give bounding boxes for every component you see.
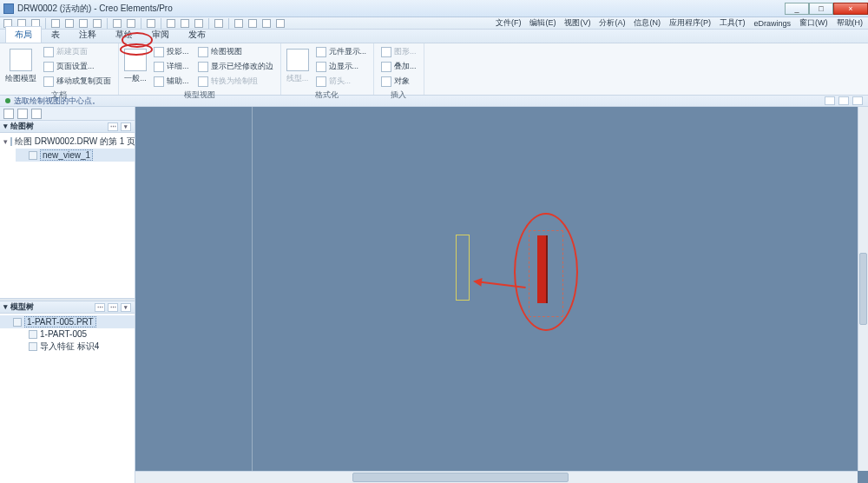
tree-node-import-feature[interactable]: 导入特征 标识4 bbox=[16, 340, 135, 354]
tab-annotate[interactable]: 注释 bbox=[69, 26, 106, 43]
annotation-ellipse bbox=[514, 213, 578, 331]
detail-button[interactable]: 详细... bbox=[152, 60, 191, 73]
convert-icon bbox=[198, 76, 208, 87]
status-dot-icon bbox=[5, 98, 10, 103]
window-title: DRW0002 (活动的) - Creo Elements/Pro bbox=[17, 3, 173, 15]
drawing-view-button[interactable]: 绘图视图 bbox=[196, 45, 275, 58]
drawing-tree-header: ▾ 绘图树 ⋯ ▾ bbox=[0, 121, 135, 133]
tab-publish[interactable]: 发布 bbox=[179, 26, 215, 43]
menu-tools[interactable]: 工具(T) bbox=[718, 17, 747, 29]
show-edges-button[interactable]: 显示已经修改的边 bbox=[196, 60, 275, 73]
tree-node-part[interactable]: 1-PART-005 bbox=[16, 328, 135, 340]
view-icon[interactable] bbox=[214, 19, 223, 28]
general-view-icon[interactable] bbox=[124, 49, 147, 71]
tree-root-part[interactable]: 1-PART-005.PRT bbox=[0, 315, 135, 328]
tree-root-drawing[interactable]: ▾ 绘图 DRW0002.DRW 的第 1 页 bbox=[0, 135, 135, 149]
group-label-insert: 插入 bbox=[379, 89, 418, 101]
group-label-format: 格式化 bbox=[286, 89, 369, 101]
layer-icon[interactable] bbox=[248, 19, 257, 28]
move-page-icon bbox=[43, 76, 54, 87]
tree-tool-show[interactable]: ▾ bbox=[121, 122, 131, 131]
general-view-label[interactable]: 一般... bbox=[124, 73, 147, 84]
model-tree-tool-2[interactable]: ⋯ bbox=[108, 303, 118, 312]
model-tree-tool-3[interactable]: ▾ bbox=[121, 303, 131, 312]
drawing-view-icon bbox=[198, 47, 208, 57]
ribbon-group-document: 绘图模型 新建页面 页面设置... 移动或复制页面 文档 bbox=[0, 43, 119, 95]
tab-review[interactable]: 审阅 bbox=[142, 26, 179, 43]
model-tree-tool-1[interactable]: ⋯ bbox=[95, 303, 105, 312]
window-controls: _ □ × bbox=[785, 3, 868, 15]
menu-help[interactable]: 帮助(H) bbox=[835, 17, 865, 29]
object-icon bbox=[381, 76, 391, 87]
minimize-button[interactable]: _ bbox=[785, 3, 809, 15]
model-tree[interactable]: 1-PART-005.PRT 1-PART-005 导入特征 标识4 bbox=[0, 314, 135, 483]
new-page-button[interactable]: 新建页面 bbox=[42, 45, 113, 58]
projection-button[interactable]: 投影... bbox=[152, 45, 191, 58]
menu-analyze[interactable]: 分析(A) bbox=[597, 17, 627, 29]
picture-button[interactable]: 图形... bbox=[379, 45, 418, 58]
menu-file[interactable]: 文件(F) bbox=[494, 17, 523, 29]
detail-icon bbox=[154, 62, 164, 72]
ribbon-group-model-views: 一般... 投影... 详细... 辅助... 绘图视图 显示已经修改的边 转换… bbox=[119, 43, 281, 95]
picture-icon bbox=[381, 47, 391, 57]
h-scroll-thumb[interactable] bbox=[352, 473, 569, 482]
maximize-button[interactable]: □ bbox=[809, 3, 833, 15]
page-icon bbox=[43, 47, 54, 57]
tab-table[interactable]: 表 bbox=[42, 26, 69, 43]
drawing-tree-title: 绘图树 bbox=[10, 122, 34, 130]
model-tree-header: ▾ 模型树 ⋯ ⋯ ▾ bbox=[0, 301, 135, 314]
close-button[interactable]: × bbox=[833, 3, 868, 15]
component-display-button[interactable]: 元件显示... bbox=[314, 45, 369, 58]
info-icon[interactable] bbox=[262, 19, 271, 28]
ribbon-tabs: 布局 表 注释 草绘 审阅 发布 bbox=[0, 30, 868, 43]
tab-sketch[interactable]: 草绘 bbox=[106, 26, 142, 43]
sheet-edge bbox=[252, 107, 253, 483]
view-node-icon bbox=[29, 151, 37, 160]
separator bbox=[228, 18, 229, 29]
line-style-label[interactable]: 线型... bbox=[286, 73, 309, 84]
convert-button[interactable]: 转换为绘制组 bbox=[196, 75, 275, 88]
menu-info[interactable]: 信息(N) bbox=[632, 17, 662, 29]
left-navigator: ▾ 绘图树 ⋯ ▾ ▾ 绘图 DRW0002.DRW 的第 1 页 new_vi… bbox=[0, 107, 135, 483]
page-setup-button[interactable]: 页面设置... bbox=[42, 60, 113, 73]
aux-icon bbox=[154, 76, 164, 87]
csys-icon bbox=[29, 330, 37, 339]
nav-tab-1-icon[interactable] bbox=[3, 109, 14, 119]
move-copy-page-button[interactable]: 移动或复制页面 bbox=[42, 75, 113, 88]
ribbon: 绘图模型 新建页面 页面设置... 移动或复制页面 文档 一般... 投影...… bbox=[0, 43, 868, 96]
nav-tab-2-icon[interactable] bbox=[17, 109, 28, 119]
tree-tool-settings[interactable]: ⋯ bbox=[108, 122, 118, 131]
show-edges-icon bbox=[198, 62, 208, 72]
model-tree-title: 模型树 bbox=[10, 302, 34, 311]
menu-edit[interactable]: 编辑(E) bbox=[528, 17, 557, 29]
import-feature-icon bbox=[29, 342, 37, 351]
menu-apps[interactable]: 应用程序(P) bbox=[667, 17, 713, 29]
menu-view[interactable]: 视图(V) bbox=[562, 17, 592, 29]
corner-tool-2[interactable] bbox=[838, 96, 849, 105]
tree-node-new-view-1[interactable]: new_view_1 bbox=[16, 149, 135, 162]
edge-display-button[interactable]: 边显示... bbox=[314, 60, 369, 73]
corner-tool-3[interactable] bbox=[852, 96, 863, 105]
overlay-button[interactable]: 叠加... bbox=[379, 60, 418, 73]
menu-edrawings[interactable]: eDrawings bbox=[752, 19, 792, 28]
corner-tool-1[interactable] bbox=[825, 96, 835, 105]
drawing-tree[interactable]: ▾ 绘图 DRW0002.DRW 的第 1 页 new_view_1 bbox=[0, 133, 135, 298]
line-style-icon[interactable] bbox=[286, 49, 309, 71]
object-button[interactable]: 对象 bbox=[379, 75, 418, 88]
drawing-canvas[interactable] bbox=[135, 107, 868, 483]
arrow-icon bbox=[316, 76, 326, 87]
nav-tab-3-icon[interactable] bbox=[31, 109, 42, 119]
app-icon bbox=[3, 3, 14, 14]
measure-icon[interactable] bbox=[234, 19, 243, 28]
aux-button[interactable]: 辅助... bbox=[152, 75, 191, 88]
horizontal-scrollbar[interactable] bbox=[135, 471, 858, 483]
help-icon[interactable] bbox=[276, 19, 285, 28]
arrow-button[interactable]: 箭头... bbox=[314, 75, 369, 88]
menu-window[interactable]: 窗口(W) bbox=[798, 17, 830, 29]
drawing-model-label[interactable]: 绘图模型 bbox=[5, 73, 36, 84]
drawing-model-icon[interactable] bbox=[10, 49, 32, 71]
v-scroll-thumb[interactable] bbox=[859, 253, 867, 326]
vertical-scrollbar[interactable] bbox=[858, 107, 868, 471]
group-label-model-views: 模型视图 bbox=[124, 89, 275, 101]
tab-layout[interactable]: 布局 bbox=[5, 26, 42, 43]
